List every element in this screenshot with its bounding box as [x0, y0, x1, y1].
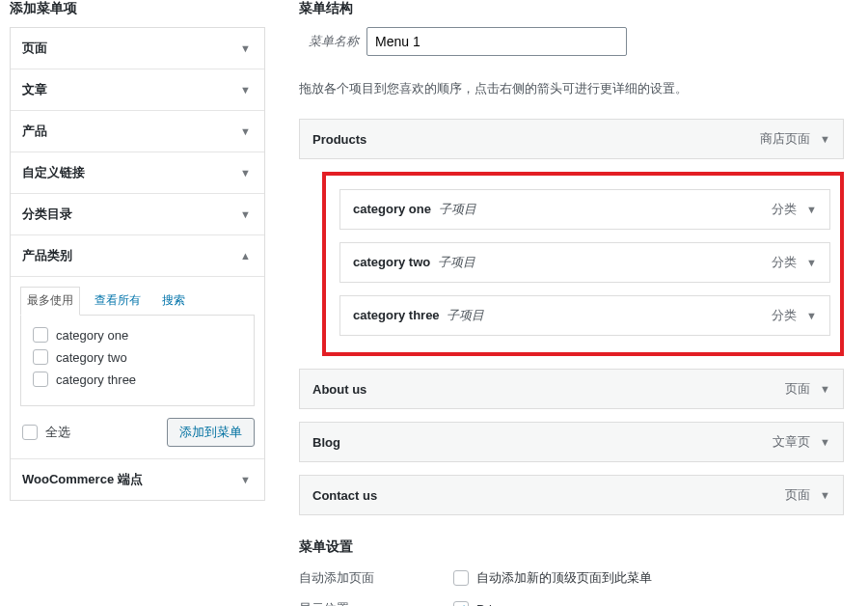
- accordion-woocommerce-endpoints[interactable]: WooCommerce 端点 ▼: [11, 459, 264, 500]
- menu-item-contact-us[interactable]: Contact us 页面 ▼: [299, 475, 844, 515]
- menu-settings-title: 菜单设置: [299, 538, 868, 556]
- tab-panel: category one category two category three: [20, 315, 255, 406]
- menu-item-label: category one: [353, 202, 431, 216]
- chevron-down-icon: ▼: [240, 475, 251, 485]
- chevron-down-icon[interactable]: ▼: [806, 205, 817, 215]
- menu-item-label: About us: [312, 382, 366, 397]
- checkbox-auto-add-pages[interactable]: [453, 570, 469, 586]
- menu-item-type: 商店页面: [760, 130, 810, 148]
- accordion-label: 文章: [22, 81, 47, 98]
- menu-item-label: Blog: [312, 435, 340, 450]
- highlighted-subitems: category one 子项目 分类 ▼ category two 子项目 分…: [322, 172, 844, 356]
- menu-name-label: 菜单名称: [309, 33, 359, 50]
- subitem-tag: 子项目: [438, 255, 475, 269]
- menu-item-type: 分类: [772, 201, 797, 218]
- select-all-label: 全选: [45, 424, 70, 441]
- accordion-label: 产品类别: [22, 247, 72, 264]
- chevron-down-icon: ▼: [240, 126, 251, 137]
- accordion-custom-links[interactable]: 自定义链接 ▼: [11, 152, 264, 193]
- menu-item-type: 文章页: [773, 433, 810, 451]
- subitem-tag: 子项目: [447, 308, 484, 322]
- accordion-label: 分类目录: [22, 206, 72, 223]
- accordion-posts[interactable]: 文章 ▼: [11, 69, 264, 110]
- checkbox-label: category one: [56, 328, 128, 343]
- checkbox-select-all[interactable]: [22, 425, 38, 440]
- checkbox-label: category two: [56, 350, 127, 365]
- add-to-menu-button[interactable]: 添加到菜单: [167, 418, 255, 447]
- subitem-tag: 子项目: [439, 202, 476, 216]
- accordion-label: 产品: [22, 123, 47, 140]
- accordion-label: 页面: [22, 40, 47, 57]
- chevron-up-icon: ▲: [240, 251, 251, 262]
- menu-item-type: 分类: [772, 254, 797, 271]
- display-location-text: Primary: [476, 602, 520, 607]
- menu-item-category-one[interactable]: category one 子项目 分类 ▼: [339, 189, 830, 230]
- menu-structure-title: 菜单结构: [299, 0, 868, 27]
- auto-add-pages-label: 自动添加页面: [299, 569, 453, 587]
- accordion-label: WooCommerce 端点: [22, 471, 143, 488]
- menu-name-input[interactable]: [366, 27, 627, 56]
- chevron-down-icon: ▼: [240, 209, 251, 220]
- menu-item-type: 分类: [772, 307, 797, 324]
- chevron-down-icon: ▼: [240, 168, 251, 179]
- chevron-down-icon[interactable]: ▼: [820, 384, 830, 395]
- tab-search[interactable]: 搜索: [156, 288, 191, 315]
- menu-item-type: 页面: [785, 486, 810, 504]
- menu-item-label: Contact us: [312, 488, 377, 503]
- checkbox-category-two[interactable]: [33, 349, 48, 365]
- menu-item-label: category two: [353, 255, 430, 269]
- display-location-label: 显示位置: [299, 600, 453, 606]
- menu-item-label: Products: [312, 132, 366, 147]
- chevron-down-icon[interactable]: ▼: [820, 134, 830, 145]
- accordion-product-categories[interactable]: 产品类别 ▲: [11, 235, 264, 276]
- menu-item-about-us[interactable]: About us 页面 ▼: [299, 369, 844, 409]
- tab-view-all[interactable]: 查看所有: [89, 288, 147, 315]
- accordion-products[interactable]: 产品 ▼: [11, 111, 264, 152]
- menu-item-category-two[interactable]: category two 子项目 分类 ▼: [339, 242, 830, 283]
- menu-item-accordion: 页面 ▼ 文章 ▼ 产品 ▼ 自定义链接 ▼: [10, 27, 265, 501]
- accordion-body: 最多使用 查看所有 搜索 category one cate: [11, 276, 264, 458]
- chevron-down-icon[interactable]: ▼: [806, 311, 817, 321]
- chevron-down-icon[interactable]: ▼: [820, 437, 830, 448]
- checkbox-display-primary[interactable]: [453, 601, 469, 606]
- checkbox-category-one[interactable]: [33, 327, 48, 343]
- accordion-categories[interactable]: 分类目录 ▼: [11, 194, 264, 234]
- add-menu-items-title: 添加菜单项: [0, 0, 275, 27]
- menu-item-label: category three: [353, 308, 440, 322]
- menu-item-category-three[interactable]: category three 子项目 分类 ▼: [339, 295, 830, 336]
- tab-most-used[interactable]: 最多使用: [20, 287, 80, 316]
- menu-item-blog[interactable]: Blog 文章页 ▼: [299, 422, 844, 462]
- checkbox-label: category three: [56, 372, 136, 387]
- category-tabs: 最多使用 查看所有 搜索: [20, 287, 264, 316]
- chevron-down-icon: ▼: [240, 43, 251, 54]
- menu-item-products[interactable]: Products 商店页面 ▼: [299, 119, 844, 159]
- accordion-pages[interactable]: 页面 ▼: [11, 28, 264, 69]
- drag-instructions: 拖放各个项目到您喜欢的顺序，点击右侧的箭头可进行更详细的设置。: [299, 80, 868, 97]
- chevron-down-icon[interactable]: ▼: [806, 258, 817, 268]
- chevron-down-icon: ▼: [240, 85, 251, 96]
- checkbox-category-three[interactable]: [33, 372, 48, 387]
- accordion-label: 自定义链接: [22, 164, 85, 181]
- chevron-down-icon[interactable]: ▼: [820, 490, 830, 501]
- auto-add-pages-text: 自动添加新的顶级页面到此菜单: [476, 569, 652, 587]
- menu-item-type: 页面: [785, 380, 810, 398]
